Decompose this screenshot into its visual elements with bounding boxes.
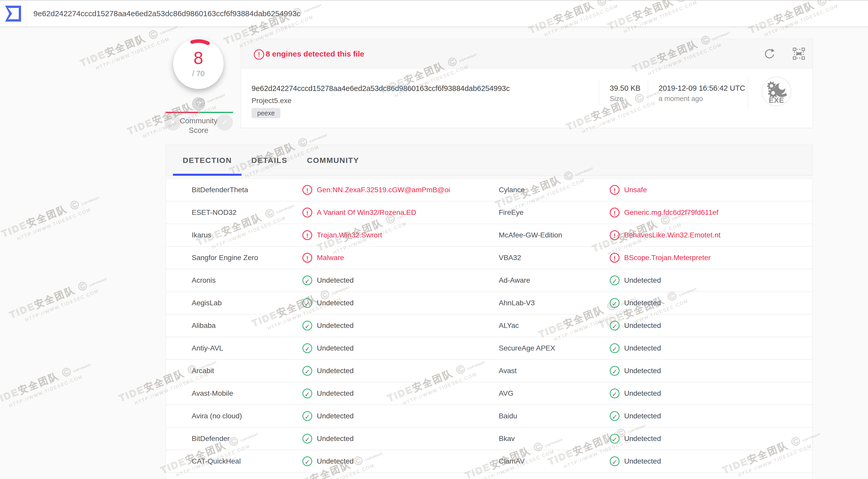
watermark-url: HTTP://WWW.TIDESEC.COM (13, 283, 111, 327)
table-row: AegisLab✓UndetectedAhnLab-V3✓Undetected (166, 291, 812, 314)
table-row: Arcabit✓UndetectedAvast✓Undetected (166, 359, 812, 382)
result-text: A Variant Of Win32/Rozena.ED (317, 208, 416, 217)
vote-bar-negative (166, 112, 199, 113)
engine-name: Avast-Mobile (192, 389, 233, 397)
result-text: BehavesLike.Win32.Emotet.nt (624, 231, 720, 239)
detection-table: BitDefenderTheta!Gen:NN.ZexaF.32519.cGW@… (166, 179, 812, 479)
check-icon: ✓ (303, 366, 312, 376)
alert-icon: ! (303, 185, 312, 195)
vote-bar-positive (199, 112, 233, 113)
check-icon: ✓ (610, 275, 620, 285)
watermark-url: HTTP://WWW.TIDESEC.COM (5, 202, 103, 246)
check-icon: ✓ (610, 389, 620, 398)
watermark-text: TIDE安全团队 © COPYRIGHT (0, 189, 101, 241)
engine-name: FireEye (499, 208, 523, 217)
page: 9e62d242274cccd15278aa4e6ed2a53dc86d9860… (0, 0, 868, 479)
alert-icon: ! (303, 230, 312, 240)
divider (648, 81, 648, 106)
result-text: Undetected (624, 299, 661, 307)
engine-name: SecureAge APEX (499, 344, 555, 352)
result-text: Undetected (317, 367, 353, 375)
svg-text:EXE: EXE (769, 96, 784, 104)
engine-name: Avira (no cloud) (192, 412, 242, 420)
file-type-badge-exe: EXE (762, 77, 792, 107)
engine-name: McAfee-GW-Edition (499, 231, 562, 239)
table-row: Antiy-AVL✓UndetectedSecureAge APEX✓Undet… (166, 337, 812, 359)
score-value: 8 (173, 48, 223, 68)
tab-community[interactable]: COMMUNITY (297, 145, 369, 176)
tide-watermark: TIDE安全团队 © COPYRIGHTHTTP://WWW.TIDESEC.C… (125, 86, 229, 144)
engine-name: Bkav (499, 435, 515, 443)
tab-detection[interactable]: DETECTION (173, 145, 242, 176)
table-row: Alibaba✓UndetectedALYac✓Undetected (166, 314, 812, 337)
search-input[interactable]: 9e62d242274cccd15278aa4e6ed2a53dc86d9860… (33, 1, 300, 27)
table-row: Avira (no cloud)✓UndetectedBaidu✓Undetec… (166, 405, 812, 427)
watermark-text: TIDE安全团队 © COPYRIGHT (7, 270, 109, 322)
virustotal-logo[interactable] (0, 1, 26, 27)
alert-icon: ! (610, 185, 620, 195)
file-tag-peexe[interactable]: peexe (252, 108, 280, 118)
engine-name: Baidu (499, 412, 517, 420)
engine-name: ClamAV (499, 457, 525, 466)
check-icon: ✓ (303, 321, 312, 330)
check-icon: ✓ (610, 298, 620, 308)
detection-score-widget: 8 / 70 (173, 38, 223, 89)
exe-gears-icon: EXE (763, 77, 790, 106)
alert-icon: ! (610, 208, 620, 217)
tide-watermark: TIDE安全团队 © COPYRIGHTHTTP://WWW.TIDESEC.C… (0, 356, 95, 413)
watermark-url: HTTP://WWW.TIDESEC.COM (84, 32, 182, 76)
reanalyze-button[interactable] (764, 48, 776, 60)
table-row: Acronis✓UndetectedAd-Aware✓Undetected (166, 269, 812, 291)
check-icon: ✓ (303, 298, 312, 308)
divider (748, 77, 748, 111)
alert-icon: ! (303, 253, 312, 263)
top-bar: 9e62d242274cccd15278aa4e6ed2a53dc86d9860… (0, 0, 868, 27)
tide-watermark: TIDE安全团队 © COPYRIGHTHTTP://WWW.TIDESEC.C… (7, 270, 111, 327)
similar-files-button[interactable] (793, 48, 805, 60)
result-text: Trojan.Win32.Swrort (317, 231, 382, 239)
table-row: BitDefender✓UndetectedBkav✓Undetected (166, 427, 812, 450)
alert-icon: ! (610, 230, 620, 240)
result-text: Undetected (624, 389, 661, 397)
alert-icon: ! (610, 253, 620, 263)
file-size-value: 39.50 KB (610, 84, 640, 92)
question-pin-icon[interactable]: ? (192, 97, 205, 111)
engine-name: ALYac (499, 322, 519, 330)
engine-name: Cylance (499, 186, 525, 194)
table-row: BitDefenderTheta!Gen:NN.ZexaF.32519.cGW@… (166, 179, 812, 201)
engine-name: CAT-QuickHeal (192, 457, 241, 466)
result-text: Undetected (317, 322, 353, 330)
alert-icon: ! (254, 49, 264, 60)
engine-name: VBA32 (499, 253, 521, 262)
result-text: BScope.Trojan.Meterpreter (624, 253, 711, 262)
result-text: Undetected (624, 322, 661, 330)
engine-name: Antiy-AVL (192, 344, 223, 352)
result-text: Undetected (624, 276, 661, 285)
result-text: Undetected (624, 435, 661, 443)
engine-name: AVG (499, 389, 514, 397)
engine-name: ESET-NOD32 (192, 208, 237, 217)
file-summary-card: ! 8 engines detected this file (241, 39, 813, 128)
tabs-bar: DETECTIONDETAILSCOMMUNITY (166, 145, 812, 176)
result-text: Undetected (317, 389, 353, 397)
result-text: Unsafe (624, 186, 647, 194)
table-row: CAT-QuickHeal✓UndetectedClamAV✓Undetecte… (166, 450, 812, 472)
check-icon: ✓ (303, 275, 312, 285)
check-icon: ✓ (610, 321, 620, 330)
check-icon: ✓ (303, 389, 312, 398)
table-row: ESET-NOD32!A Variant Of Win32/Rozena.EDF… (166, 201, 812, 223)
table-row: Sangfor Engine Zero!MalwareVBA32!BScope.… (166, 246, 812, 269)
check-icon: ✓ (610, 366, 620, 376)
result-text: Undetected (317, 435, 353, 443)
file-name: Project5.exe (252, 97, 292, 105)
engine-name: AhnLab-V3 (499, 299, 535, 307)
table-row: Ikarus!Trojan.Win32.SwrortMcAfee-GW-Edit… (166, 223, 812, 246)
tide-watermark: TIDE安全团队 © COPYRIGHTHTTP://WWW.TIDESEC.C… (78, 18, 182, 76)
engine-name: Avast (499, 367, 517, 375)
tide-watermark: TIDE安全团队 © COPYRIGHTHTTP://WWW.TIDESEC.C… (0, 189, 103, 246)
check-icon: ✓ (610, 343, 620, 353)
engine-name: Sangfor Engine Zero (192, 253, 258, 262)
tab-details[interactable]: DETAILS (242, 145, 297, 176)
alert-icon: ! (303, 208, 312, 217)
watermark-text: TIDE安全团队 © COPYRIGHT (0, 356, 93, 408)
